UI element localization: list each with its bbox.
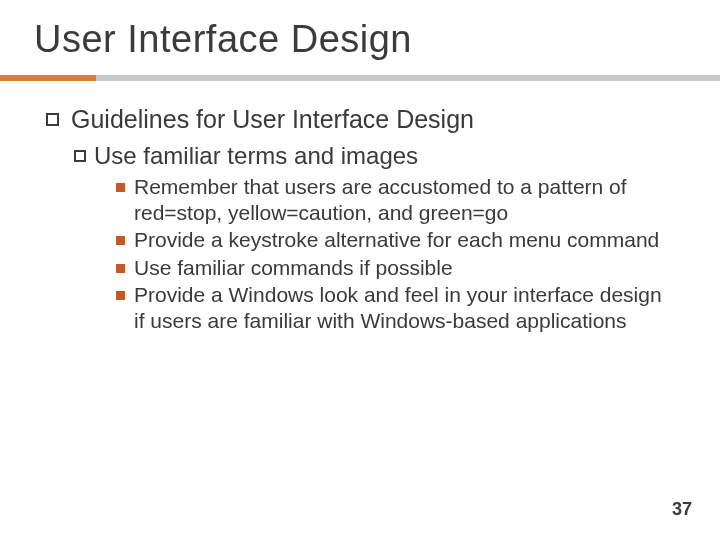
bullet-level-3: Provide a Windows look and feel in your … <box>116 282 692 333</box>
lvl1-text: Guidelines for User Interface Design <box>71 105 474 134</box>
slide-body: Guidelines for User Interface Design Use… <box>0 81 720 334</box>
title-rule <box>0 75 720 81</box>
slide-title: User Interface Design <box>0 0 720 61</box>
bullet-level-3: Use familiar commands if possible <box>116 255 692 281</box>
slide: User Interface Design Guidelines for Use… <box>0 0 720 540</box>
bullet-level-3: Remember that users are accustomed to a … <box>116 174 692 225</box>
lvl3-text: Remember that users are accustomed to a … <box>134 174 674 225</box>
hollow-square-icon <box>46 113 59 126</box>
hollow-square-icon <box>74 150 86 162</box>
lvl3-text: Provide a keystroke alternative for each… <box>134 227 659 253</box>
lvl2-text: Use familiar terms and images <box>94 142 418 170</box>
page-number: 37 <box>672 499 692 520</box>
filled-square-icon <box>116 236 125 245</box>
filled-square-icon <box>116 291 125 300</box>
filled-square-icon <box>116 183 125 192</box>
bullet-level-1: Guidelines for User Interface Design <box>46 105 692 134</box>
bullet-level-2: Use familiar terms and images <box>74 142 692 170</box>
rule-gray <box>96 75 720 81</box>
filled-square-icon <box>116 264 125 273</box>
bullet-level-3: Provide a keystroke alternative for each… <box>116 227 692 253</box>
lvl3-text: Use familiar commands if possible <box>134 255 453 281</box>
rule-accent <box>0 75 96 81</box>
lvl3-text: Provide a Windows look and feel in your … <box>134 282 674 333</box>
